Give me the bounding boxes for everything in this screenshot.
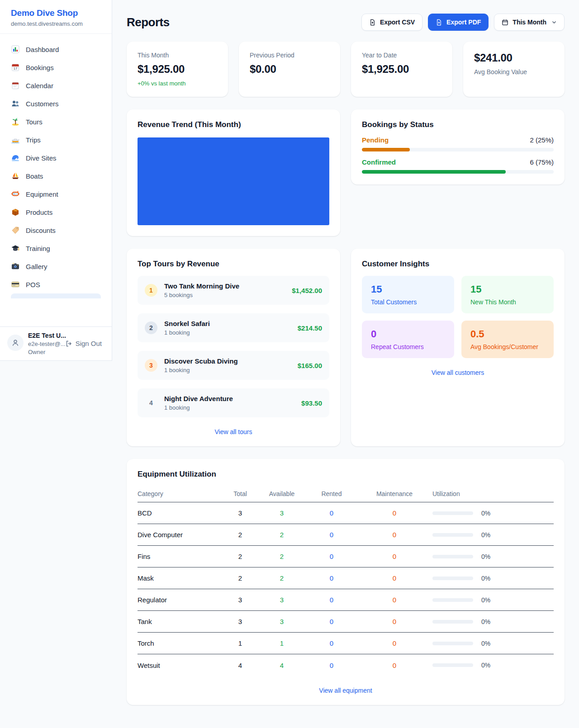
view-all-customers-link[interactable]: View all customers [362, 369, 554, 376]
utilization-bar [432, 642, 473, 645]
sidebar-item-boats[interactable]: Boats [5, 167, 106, 185]
tour-name: Two Tank Morning Dive [164, 282, 285, 290]
sidebar-item-label: POS [26, 281, 40, 288]
utilization-percent: 0% [481, 640, 490, 647]
rank-badge: 1 [145, 284, 157, 297]
tile-avg-bookings-customer: 0.5 Avg Bookings/Customer [461, 321, 554, 358]
cell-available: 3 [257, 509, 307, 517]
calendar-icon [11, 81, 20, 90]
table-row: Dive Computer 2 2 0 0 0% [138, 524, 554, 546]
table-row: Fins 2 2 0 0 0% [138, 546, 554, 567]
sidebar-item-customers[interactable]: Customers [5, 95, 106, 113]
table-row: Wetsuit 4 4 0 0 0% [138, 654, 554, 676]
export-pdf-button[interactable]: Export PDF [428, 14, 489, 31]
sidebar-item-discounts[interactable]: Discounts [5, 221, 106, 239]
sidebar-item-trips[interactable]: Trips [5, 131, 106, 149]
cell-category: Dive Computer [138, 531, 223, 539]
sidebar-item-training[interactable]: Training [5, 239, 106, 257]
cell-rented: 0 [307, 618, 356, 625]
utilization-bar [432, 511, 473, 515]
package-icon [11, 208, 20, 217]
cell-available: 1 [257, 639, 307, 647]
sidebar-nav: Dashboard 17 Bookings Calendar Customers… [0, 34, 112, 298]
utilization-bar [432, 598, 473, 602]
sidebar-item-label: Calendar [26, 82, 53, 90]
sidebar-item-calendar[interactable]: Calendar [5, 76, 106, 95]
credit-card-icon [11, 280, 20, 289]
table-row: Regulator 3 3 0 0 0% [138, 589, 554, 611]
bookings-by-status-title: Bookings by Status [362, 120, 554, 129]
tile-value: 0.5 [470, 328, 545, 340]
calendar-outline-icon [502, 19, 508, 26]
stat-card-previous-period: Previous Period $0.00 [239, 42, 340, 97]
cell-maintenance: 0 [356, 553, 432, 560]
sidebar-item-bookings[interactable]: 17 Bookings [5, 58, 106, 76]
equipment-table-body: BCD 3 3 0 0 0% Dive Computer 2 2 0 0 0% … [138, 502, 554, 676]
dashboard-icon [11, 45, 20, 54]
customer-insights-title: Customer Insights [362, 260, 554, 269]
tour-row: 4 Night Dive Adventure 1 booking $93.50 [138, 388, 329, 417]
tour-name: Night Dive Adventure [164, 395, 294, 402]
rank-badge: 2 [145, 321, 157, 334]
col-category: Category [138, 490, 223, 497]
main-content: Reports Export CSV Export PDF This Month… [112, 0, 579, 723]
tour-bookings: 5 bookings [164, 292, 285, 298]
utilization-percent: 0% [481, 596, 490, 604]
status-label: Pending [362, 136, 389, 144]
sidebar-item-tours[interactable]: Tours [5, 113, 106, 131]
sidebar-item-reports-partial[interactable] [11, 293, 101, 298]
sign-out-button[interactable]: Sign Out [62, 339, 104, 348]
insight-tiles: 15 Total Customers 15 New This Month 0 R… [362, 276, 554, 358]
sidebar-item-label: Products [26, 208, 52, 216]
rank-badge: 3 [145, 359, 157, 372]
wave-icon [11, 153, 20, 162]
utilization-percent: 0% [481, 662, 490, 669]
row-lists: Top Tours by Revenue 1 Two Tank Morning … [127, 249, 565, 446]
export-pdf-label: Export PDF [446, 19, 481, 26]
export-csv-button[interactable]: Export CSV [361, 14, 422, 31]
equipment-table-header: Category Total Available Rented Maintena… [138, 485, 554, 502]
row-charts: Revenue Trend (This Month) Bookings by S… [127, 109, 565, 236]
utilization-percent: 0% [481, 618, 490, 625]
utilization-bar [432, 533, 473, 537]
cell-rented: 0 [307, 574, 356, 582]
tile-total-customers: 15 Total Customers [362, 276, 454, 313]
cell-category: Fins [138, 553, 223, 560]
graduation-cap-icon [11, 244, 20, 253]
cell-total: 2 [223, 574, 257, 582]
cell-available: 4 [257, 662, 307, 669]
sidebar-item-label: Dive Sites [26, 154, 57, 162]
sidebar-item-label: Gallery [26, 263, 47, 270]
utilization-bar [432, 577, 473, 580]
table-row: BCD 3 3 0 0 0% [138, 502, 554, 524]
utilization-bar [432, 663, 473, 667]
cell-rented: 0 [307, 509, 356, 517]
cell-maintenance: 0 [356, 596, 432, 604]
col-utilization: Utilization [432, 490, 554, 497]
user-email: e2e-tester@... [28, 340, 58, 347]
sidebar-item-pos[interactable]: POS [5, 275, 106, 293]
sidebar-item-label: Training [26, 245, 50, 252]
period-select[interactable]: This Month [494, 14, 565, 31]
equipment-utilization-card: Equipment Utilization Category Total Ava… [127, 459, 565, 705]
cell-rented: 0 [307, 639, 356, 647]
table-row: Tank 3 3 0 0 0% [138, 611, 554, 633]
table-row: Mask 2 2 0 0 0% [138, 567, 554, 589]
utilization-bar [432, 620, 473, 624]
view-all-equipment-link[interactable]: View all equipment [138, 687, 554, 694]
file-download-icon [369, 19, 376, 26]
sidebar-item-label: Bookings [26, 64, 54, 71]
sidebar-item-label: Tours [26, 118, 43, 126]
view-all-tours-link[interactable]: View all tours [138, 428, 329, 435]
stat-value: $241.00 [474, 52, 554, 64]
sidebar-item-products[interactable]: Products [5, 203, 106, 221]
tag-icon [11, 226, 20, 235]
tile-label: Avg Bookings/Customer [470, 343, 545, 350]
sidebar-item-dive-sites[interactable]: Dive Sites [5, 149, 106, 167]
sidebar-item-gallery[interactable]: Gallery [5, 257, 106, 275]
cell-total: 3 [223, 509, 257, 517]
chevron-down-icon [551, 19, 557, 25]
sidebar-item-equipment[interactable]: Equipment [5, 185, 106, 203]
tile-new-this-month: 15 New This Month [461, 276, 554, 313]
sidebar-item-dashboard[interactable]: Dashboard [5, 40, 106, 58]
